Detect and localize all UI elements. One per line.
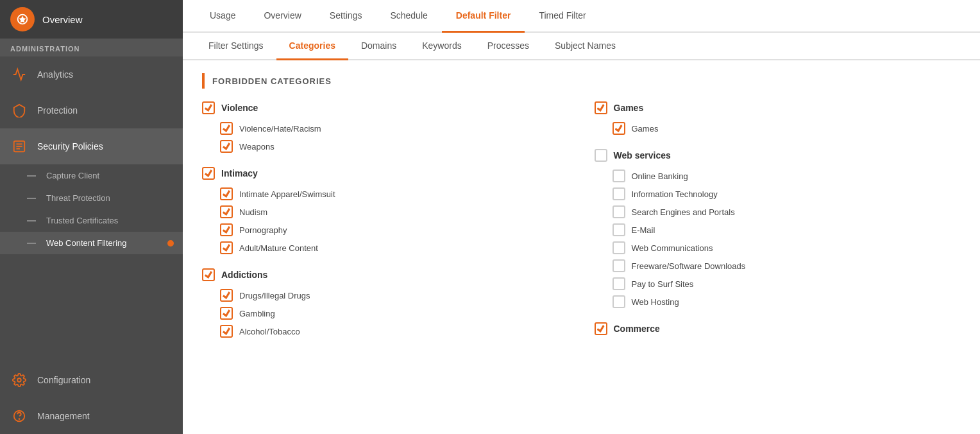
svg-point-7 <box>19 419 20 419</box>
sub-pay-to-surf: Pay to Surf Sites <box>595 275 961 293</box>
addictions-label: Addictions <box>221 270 267 280</box>
checkbox-adult-mature[interactable] <box>220 241 233 254</box>
section-title-text: FORBIDDEN CATEGORIES <box>212 76 332 86</box>
tab-settings[interactable]: Settings <box>316 0 376 33</box>
configuration-label: Configuration <box>37 375 90 385</box>
sub-nudism: Nudism <box>202 203 569 221</box>
sidebar-sub-capture-client[interactable]: Capture Client <box>0 164 183 187</box>
sidebar-item-configuration[interactable]: Configuration <box>0 362 183 398</box>
checkbox-email[interactable] <box>612 223 625 236</box>
checkbox-drugs[interactable] <box>220 289 233 302</box>
checkbox-violence[interactable] <box>202 101 215 114</box>
checkbox-search-engines[interactable] <box>612 205 625 218</box>
sub-freeware: Freeware/Software Downloads <box>595 257 961 275</box>
sub-pornography: Pornography <box>202 221 569 239</box>
checkbox-gambling[interactable] <box>220 307 233 320</box>
security-policies-label: Security Policies <box>37 141 103 152</box>
sub-games: Games <box>595 119 961 137</box>
sidebar-item-analytics[interactable]: Analytics <box>0 56 183 92</box>
addictions-header: Addictions <box>202 268 569 281</box>
category-intimacy: Intimacy Intimate Apparel/Swimsuit Nudis… <box>202 167 569 257</box>
sub-online-banking: Online Banking <box>595 167 961 185</box>
web-hosting-label: Web Hosting <box>632 297 679 307</box>
web-services-header: Web services <box>595 149 961 162</box>
sub-gambling: Gambling <box>202 304 569 322</box>
email-label: E-Mail <box>632 225 655 235</box>
search-engines-label: Search Engines and Portals <box>632 207 735 217</box>
tab-schedule[interactable]: Schedule <box>376 0 441 33</box>
checkbox-weapons[interactable] <box>220 140 233 153</box>
online-banking-label: Online Banking <box>632 171 688 181</box>
category-games: Games Games <box>595 101 961 137</box>
web-content-filtering-label: Web Content Filtering <box>46 238 127 248</box>
sidebar-item-protection[interactable]: Protection <box>0 92 183 128</box>
sub-intimate-apparel: Intimate Apparel/Swimsuit <box>202 185 569 203</box>
checkbox-violence-hate[interactable] <box>220 122 233 135</box>
top-tab-bar: Usage Overview Settings Schedule Default… <box>183 0 980 33</box>
threat-protection-label: Threat Protection <box>46 193 110 203</box>
sidebar-item-security-policies[interactable]: Security Policies <box>0 128 183 164</box>
checkbox-nudism[interactable] <box>220 205 233 218</box>
sub-search-engines: Search Engines and Portals <box>595 203 961 221</box>
checkbox-web-communications[interactable] <box>612 241 625 254</box>
checkbox-pornography[interactable] <box>220 223 233 236</box>
violence-label: Violence <box>221 103 258 113</box>
pornography-label: Pornography <box>239 225 287 235</box>
category-violence: Violence Violence/Hate/Racism Weapons <box>202 101 569 155</box>
protection-label: Protection <box>37 105 78 116</box>
checkbox-alcohol-tobacco[interactable] <box>220 325 233 338</box>
weapons-label: Weapons <box>239 142 275 152</box>
violence-header: Violence <box>202 101 569 114</box>
tab-processes[interactable]: Processes <box>475 33 542 60</box>
checkbox-information-technology[interactable] <box>612 187 625 200</box>
alcohol-tobacco-label: Alcohol/Tobacco <box>239 327 300 336</box>
checkbox-games-sub[interactable] <box>612 122 625 135</box>
logo-label: Overview <box>42 14 83 25</box>
tab-subject-names[interactable]: Subject Names <box>542 33 629 60</box>
checkbox-commerce[interactable] <box>595 322 607 335</box>
main-content: Usage Overview Settings Schedule Default… <box>183 0 980 434</box>
checkbox-intimate-apparel[interactable] <box>220 187 233 200</box>
sub-alcohol-tobacco: Alcohol/Tobacco <box>202 322 569 340</box>
tab-keywords[interactable]: Keywords <box>409 33 474 60</box>
title-bar-accent <box>202 73 205 89</box>
tab-overview[interactable]: Overview <box>249 0 315 33</box>
checkbox-games[interactable] <box>595 101 607 114</box>
tab-default-filter[interactable]: Default Filter <box>442 0 525 33</box>
left-column: Violence Violence/Hate/Racism Weapons <box>202 101 569 352</box>
sidebar-sub-trusted-certificates[interactable]: Trusted Certificates <box>0 209 183 232</box>
tab-usage[interactable]: Usage <box>196 0 249 33</box>
checkbox-web-hosting[interactable] <box>612 295 625 308</box>
checkbox-addictions[interactable] <box>202 268 215 281</box>
checkbox-pay-to-surf[interactable] <box>612 277 625 290</box>
tab-categories[interactable]: Categories <box>276 33 348 60</box>
sub-web-communications: Web Communications <box>595 239 961 257</box>
tab-timed-filter[interactable]: Timed Filter <box>525 0 600 33</box>
checkbox-web-services[interactable] <box>595 149 607 162</box>
sidebar-logo[interactable]: Overview <box>0 0 183 39</box>
tab-domains[interactable]: Domains <box>348 33 409 60</box>
sub-violence-hate: Violence/Hate/Racism <box>202 119 569 137</box>
capture-client-label: Capture Client <box>46 171 99 180</box>
pay-to-surf-label: Pay to Surf Sites <box>632 279 694 289</box>
freeware-label: Freeware/Software Downloads <box>632 261 746 271</box>
dash-icon <box>27 220 36 221</box>
nudism-label: Nudism <box>239 207 267 217</box>
protection-icon <box>10 101 28 119</box>
checkbox-freeware[interactable] <box>612 259 625 272</box>
config-icon <box>10 371 28 389</box>
checkbox-online-banking[interactable] <box>612 169 625 182</box>
right-column: Games Games Web services Online <box>595 101 961 352</box>
sidebar-sub-web-content-filtering[interactable]: Web Content Filtering <box>0 232 183 254</box>
sub-adult-mature: Adult/Mature Content <box>202 239 569 257</box>
web-communications-label: Web Communications <box>632 243 713 253</box>
category-addictions: Addictions Drugs/Illegal Drugs Gambling … <box>202 268 569 340</box>
analytics-icon <box>10 65 28 83</box>
checkbox-intimacy[interactable] <box>202 167 215 180</box>
security-policies-icon <box>10 137 28 155</box>
dash-icon <box>27 175 36 177</box>
tab-filter-settings[interactable]: Filter Settings <box>196 33 276 60</box>
sidebar-item-management[interactable]: Management <box>0 398 183 434</box>
games-label: Games <box>614 103 644 113</box>
sidebar-sub-threat-protection[interactable]: Threat Protection <box>0 187 183 209</box>
